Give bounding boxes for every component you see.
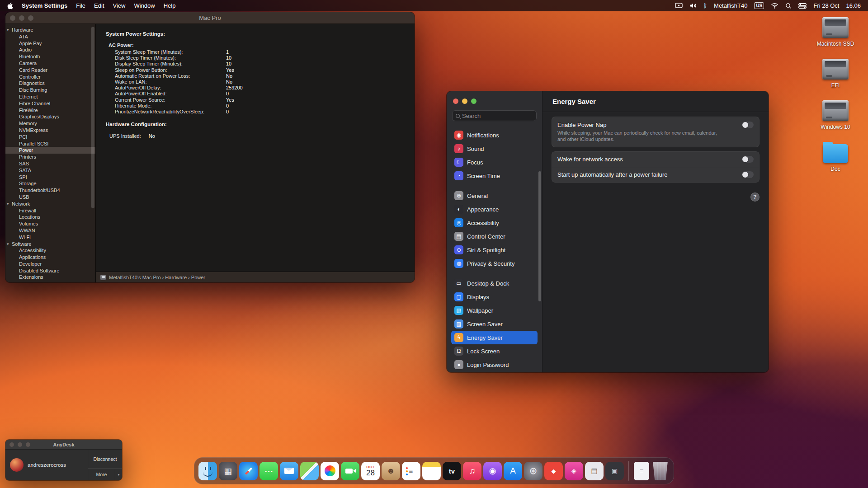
dock-maps[interactable] xyxy=(300,462,319,480)
device-name[interactable]: MetalfishT40 xyxy=(714,2,747,9)
active-app-name[interactable]: System Settings xyxy=(22,2,67,9)
chevron-down-icon[interactable]: ▾ xyxy=(115,469,122,480)
sysinfo-nav-volumes[interactable]: Volumes xyxy=(5,221,95,227)
sysinfo-nav-hardware[interactable]: Hardware xyxy=(5,27,95,33)
sidebar-item-privacy-security[interactable]: ◍ Privacy & Security xyxy=(451,257,538,270)
dock-messages[interactable]: … xyxy=(259,462,278,480)
dock-system-settings[interactable]: ⊛ xyxy=(524,462,542,480)
sidebar-item-focus[interactable]: ☾ Focus xyxy=(451,155,538,169)
dock-mail[interactable] xyxy=(280,462,298,480)
sysinfo-nav-locations[interactable]: Locations xyxy=(5,214,95,221)
dock-unknown-light-app[interactable]: ▤ xyxy=(585,462,604,480)
anydesk-titlebar[interactable]: AnyDesk xyxy=(5,440,122,450)
scrollbar-thumb[interactable] xyxy=(91,27,94,208)
power-nap-toggle[interactable] xyxy=(742,122,754,128)
dock-finder[interactable] xyxy=(198,462,217,480)
sysinfo-nav-disc-burning[interactable]: Disc Burning xyxy=(5,87,95,94)
sysinfo-titlebar[interactable]: Mac Pro xyxy=(5,12,415,24)
sysinfo-nav-accessibility[interactable]: Accessibility xyxy=(5,247,95,254)
menu-file[interactable]: File xyxy=(76,2,85,9)
menu-edit[interactable]: Edit xyxy=(94,2,104,9)
desktop-icon-windows-10[interactable]: Windows 10 xyxy=(810,100,861,130)
input-source-badge[interactable]: US xyxy=(754,2,764,9)
sysinfo-nav-parallel-scsi[interactable]: Parallel SCSI xyxy=(5,141,95,147)
disconnect-button[interactable]: Disconnect xyxy=(88,450,122,469)
screen-share-icon[interactable] xyxy=(675,3,683,9)
sysinfo-nav-diagnostics[interactable]: Diagnostics xyxy=(5,80,95,87)
dock-notes[interactable] xyxy=(422,462,441,480)
sidebar-item-siri-spotlight[interactable]: ⊙ Siri & Spotlight xyxy=(451,243,538,257)
sidebar-item-general[interactable]: ⊛ General xyxy=(451,189,538,202)
dock-launchpad[interactable]: ▦ xyxy=(219,462,237,480)
dock-safari[interactable] xyxy=(239,462,258,480)
dock-music[interactable]: ♫ xyxy=(463,462,481,480)
desktop-icon-doc[interactable]: Doc xyxy=(810,142,861,172)
sidebar-item-wallpaper[interactable]: ▧ Wallpaper xyxy=(451,304,538,317)
menu-bar-clock[interactable]: 16.06 xyxy=(846,2,861,9)
dock-anydesk[interactable]: ◆ xyxy=(544,462,563,480)
settings-titlebar[interactable]: Energy Saver xyxy=(542,91,769,112)
sysinfo-nav-camera[interactable]: Camera xyxy=(5,60,95,67)
sidebar-item-screen-saver[interactable]: ▨ Screen Saver xyxy=(451,317,538,331)
sysinfo-nav-spi[interactable]: SPI xyxy=(5,174,95,181)
sysinfo-nav-controller[interactable]: Controller xyxy=(5,74,95,80)
sysinfo-nav-developer[interactable]: Developer xyxy=(5,261,95,267)
sysinfo-nav-pci[interactable]: PCI xyxy=(5,134,95,141)
zoom-button[interactable] xyxy=(471,99,476,104)
close-button[interactable] xyxy=(9,442,14,447)
dock-podcasts[interactable]: ◉ xyxy=(483,462,502,480)
menu-help[interactable]: Help xyxy=(164,2,176,9)
bluetooth-icon[interactable]: ᛒ xyxy=(703,3,707,9)
control-center-icon[interactable] xyxy=(798,3,807,9)
setting-toggle[interactable] xyxy=(742,171,754,178)
sysinfo-nav-printers[interactable]: Printers xyxy=(5,154,95,160)
sidebar-item-lock-screen[interactable]: Ω Lock Screen xyxy=(451,344,538,358)
apple-menu-icon[interactable] xyxy=(7,2,13,9)
sysinfo-nav-power[interactable]: Power xyxy=(5,147,95,154)
dock-unknown-dark-app[interactable]: ▣ xyxy=(605,462,624,480)
sidebar-item-energy-saver[interactable]: ϟ Energy Saver xyxy=(451,331,538,344)
sysinfo-nav-firewall[interactable]: Firewall xyxy=(5,207,95,214)
sysinfo-nav-applications[interactable]: Applications xyxy=(5,254,95,261)
sysinfo-nav-thunderbolt-usb4[interactable]: Thunderbolt/USB4 xyxy=(5,187,95,194)
sidebar-item-appearance[interactable]: ◐ Appearance xyxy=(451,202,538,216)
dock-reminders[interactable]: ≡ xyxy=(402,462,420,480)
menu-window[interactable]: Window xyxy=(134,2,155,9)
sysinfo-nav-network[interactable]: Network xyxy=(5,201,95,207)
minimize-button[interactable] xyxy=(18,442,22,447)
sysinfo-nav-graphics-displays[interactable]: Graphics/Displays xyxy=(5,113,95,120)
sysinfo-nav-storage[interactable]: Storage xyxy=(5,180,95,187)
dock-photos[interactable] xyxy=(321,462,339,480)
desktop-icon-macintosh-ssd[interactable]: Macintosh SSD xyxy=(810,17,861,47)
dock-document[interactable]: ≡ xyxy=(634,462,649,480)
sysinfo-nav-extensions[interactable]: Extensions xyxy=(5,274,95,281)
close-button[interactable] xyxy=(10,15,15,21)
dock-trash[interactable] xyxy=(651,462,670,480)
sidebar-item-accessibility[interactable]: ◎ Accessibility xyxy=(451,216,538,230)
sidebar-item-sound[interactable]: ♪ Sound xyxy=(451,142,538,155)
minimize-button[interactable] xyxy=(462,99,467,104)
dock-tv[interactable]: tv xyxy=(443,462,461,480)
sysinfo-nav-firewire[interactable]: FireWire xyxy=(5,107,95,114)
desktop-icon-efi[interactable]: EFI xyxy=(810,59,861,89)
help-button[interactable]: ? xyxy=(750,192,760,202)
sysinfo-nav-ethernet[interactable]: Ethernet xyxy=(5,94,95,100)
dock-contacts[interactable]: ☻ xyxy=(382,462,400,480)
sysinfo-nav-card-reader[interactable]: Card Reader xyxy=(5,67,95,74)
zoom-button[interactable] xyxy=(26,442,30,447)
more-menu[interactable]: More ▾ xyxy=(88,469,122,480)
sysinfo-nav-usb[interactable]: USB xyxy=(5,194,95,201)
menu-bar-date[interactable]: Fri 28 Oct xyxy=(813,2,839,9)
search-input[interactable] xyxy=(462,113,530,119)
sysinfo-nav-apple-pay[interactable]: Apple Pay xyxy=(5,40,95,47)
sysinfo-nav-memory[interactable]: Memory xyxy=(5,120,95,127)
menu-view[interactable]: View xyxy=(113,2,126,9)
sidebar-item-desktop-dock[interactable]: ▭ Desktop & Dock xyxy=(451,277,538,290)
sidebar-item-screen-time[interactable]: ◔ Screen Time xyxy=(451,169,538,183)
dock-facetime[interactable] xyxy=(341,462,359,480)
minimize-button[interactable] xyxy=(19,15,24,21)
wifi-icon[interactable] xyxy=(771,3,778,9)
sysinfo-nav-ata[interactable]: ATA xyxy=(5,33,95,40)
zoom-button[interactable] xyxy=(28,15,33,21)
sysinfo-nav-wwan[interactable]: WWAN xyxy=(5,227,95,234)
